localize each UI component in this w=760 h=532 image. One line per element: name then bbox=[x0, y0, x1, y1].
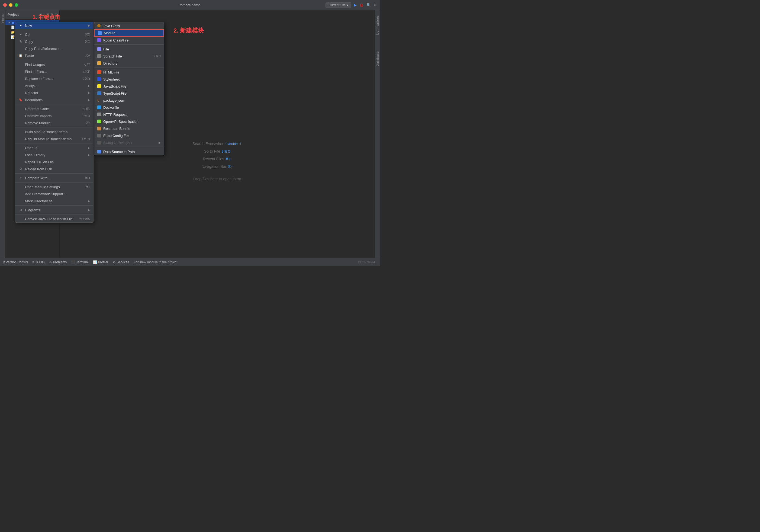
menu-item-open-module-settings[interactable]: Open Module Settings ⌘↓ bbox=[15, 183, 93, 190]
new-icon: ✦ bbox=[19, 23, 23, 28]
sep-after-new bbox=[15, 30, 93, 30]
goto-file-hint: Go to File ⇧⌘O bbox=[204, 149, 231, 154]
bottom-bar: ⑆ Version Control ≡ TODO ⚠ Problems ⬛ Te… bbox=[0, 258, 380, 266]
submenu-datasource[interactable]: Data Source in Path bbox=[94, 148, 164, 155]
search-icon[interactable]: 🔍 bbox=[366, 3, 371, 7]
submenu-js-file[interactable]: JavaScript File bbox=[94, 83, 164, 90]
http-request-label: HTTP Request bbox=[103, 113, 126, 117]
menu-item-reload-disk[interactable]: ↺ Reload from Disk bbox=[15, 166, 93, 172]
menu-item-paste[interactable]: 📋 Paste ⌘V bbox=[15, 52, 93, 59]
current-file-dropdown[interactable]: Current File ▾ bbox=[325, 2, 351, 8]
analyze-arrow-icon: ▶ bbox=[88, 84, 90, 88]
notifications-label[interactable]: Notifications bbox=[376, 15, 379, 35]
collapse-icon[interactable]: ⊟ bbox=[46, 13, 49, 16]
submenu-swing-ui[interactable]: Swing UI Designer ▶ bbox=[94, 139, 164, 146]
menu-item-diagrams[interactable]: ⊞ Diagrams ▶ bbox=[15, 206, 93, 214]
todo-tab[interactable]: ≡ TODO bbox=[32, 260, 44, 264]
menu-item-build-module[interactable]: Build Module 'tomcat-demo' bbox=[15, 128, 93, 135]
menu-item-open-in[interactable]: Open In ▶ bbox=[15, 144, 93, 151]
copy-icon: ⎘ bbox=[19, 39, 23, 44]
gitignore-icon: 📄 bbox=[11, 25, 15, 29]
local-history-label: Local History bbox=[25, 153, 45, 157]
menu-item-repair-ide[interactable]: Repair IDE on File bbox=[15, 158, 93, 166]
version-control-tab[interactable]: ⑆ Version Control bbox=[3, 260, 28, 264]
open-module-settings-label: Open Module Settings bbox=[25, 185, 60, 189]
submenu-editorconfig[interactable]: EditorConfig File bbox=[94, 132, 164, 139]
optimize-shortcut: ^⌥O bbox=[83, 114, 90, 118]
replace-shortcut: ⇧⌘R bbox=[82, 77, 90, 80]
submenu-scratch-file[interactable]: Scratch File ⇧⌘N bbox=[94, 53, 164, 60]
paste-label: Paste bbox=[25, 54, 34, 58]
todo-label: TODO bbox=[35, 260, 44, 264]
settings-icon[interactable]: ⚙ bbox=[373, 3, 377, 7]
problems-tab[interactable]: ⚠ Problems bbox=[49, 260, 67, 264]
menu-item-remove-module[interactable]: Remove Module ⌦ bbox=[15, 119, 93, 126]
submenu-openapi[interactable]: OpenAPI Specification bbox=[94, 118, 164, 125]
analyze-label: Analyze bbox=[25, 84, 37, 88]
swing-label: Swing UI Designer bbox=[103, 141, 132, 145]
menu-item-new[interactable]: ✦ New ▶ Java Class Module... bbox=[15, 22, 93, 29]
module-settings-icon bbox=[19, 185, 23, 189]
submenu-file[interactable]: File bbox=[94, 46, 164, 53]
menu-item-reformat[interactable]: Reformat Code ⌥⌘L bbox=[15, 105, 93, 112]
module-icon: ◼ bbox=[12, 21, 15, 24]
menu-item-refactor[interactable]: Refactor ▶ bbox=[15, 89, 93, 96]
submenu-resource-bundle[interactable]: Resource Bundle bbox=[94, 125, 164, 132]
module-label: Module... bbox=[104, 31, 118, 35]
swing-icon bbox=[97, 141, 101, 145]
close-panel-icon[interactable]: ✕ bbox=[55, 13, 57, 16]
js-file-label: JavaScript File bbox=[103, 84, 126, 88]
close-button[interactable] bbox=[3, 3, 7, 7]
problems-label: Problems bbox=[53, 260, 67, 264]
sort-icon[interactable]: ↕ bbox=[43, 13, 45, 16]
project-tab-label[interactable]: Project bbox=[1, 14, 4, 23]
menu-item-find-usages[interactable]: Find Usages ⌥F7 bbox=[15, 61, 93, 68]
menu-item-analyze[interactable]: Analyze ▶ bbox=[15, 82, 93, 89]
submenu-kotlin-class[interactable]: Kotlin Class/File bbox=[94, 37, 164, 44]
menu-item-local-history[interactable]: Local History ▶ bbox=[15, 151, 93, 158]
minimize-button[interactable] bbox=[9, 3, 13, 7]
maximize-button[interactable] bbox=[15, 3, 18, 7]
debug-icon[interactable]: 🐞 bbox=[359, 3, 364, 7]
submenu-dockerfile[interactable]: Dockerfile bbox=[94, 104, 164, 111]
submenu-http-request[interactable]: HTTP Request bbox=[94, 111, 164, 118]
submenu-directory[interactable]: Directory bbox=[94, 60, 164, 67]
submenu-ts-file[interactable]: TypeScript File bbox=[94, 90, 164, 97]
menu-item-copy-path[interactable]: Copy Path/Reference... bbox=[15, 45, 93, 52]
layout-icon[interactable]: ⊞ bbox=[39, 13, 42, 16]
menu-item-compare-with[interactable]: ≈ Compare With... ⌘D bbox=[15, 174, 93, 181]
submenu-html-file[interactable]: HTML File bbox=[94, 69, 164, 76]
repair-ide-label: Repair IDE on File bbox=[25, 160, 54, 164]
bookmarks-label: Bookmarks bbox=[25, 98, 43, 102]
root-chevron-icon: ▼ bbox=[8, 21, 11, 24]
submenu-module[interactable]: Module... bbox=[94, 29, 164, 37]
menu-item-cut[interactable]: ✂ Cut ⌘X bbox=[15, 31, 93, 38]
submenu-package-json[interactable]: {} package.json bbox=[94, 97, 164, 104]
services-label: Services bbox=[117, 260, 129, 264]
external-icon: 📁 bbox=[11, 30, 15, 34]
menu-item-convert-java[interactable]: Convert Java File to Kotlin File ⌥⇧⌘K bbox=[15, 215, 93, 222]
menu-item-replace-in-files[interactable]: Replace in Files... ⇧⌘R bbox=[15, 75, 93, 82]
run-icon[interactable]: ▶ bbox=[354, 3, 357, 7]
profiler-tab[interactable]: 📊 Profiler bbox=[93, 260, 109, 264]
menu-item-optimize[interactable]: Optimize Imports ^⌥O bbox=[15, 112, 93, 119]
add-framework-label: Add Framework Support... bbox=[25, 192, 66, 196]
menu-item-mark-directory[interactable]: Mark Directory as ▶ bbox=[15, 197, 93, 205]
menu-item-add-framework[interactable]: Add Framework Support... bbox=[15, 190, 93, 197]
submenu-java-class[interactable]: Java Class bbox=[94, 22, 164, 29]
terminal-tab[interactable]: ⬛ Terminal bbox=[71, 260, 88, 264]
menu-item-find-in-files[interactable]: Find in Files... ⇧⌘F bbox=[15, 68, 93, 75]
sep-compare bbox=[15, 182, 93, 182]
menu-item-rebuild-module[interactable]: Rebuild Module 'tomcat-demo' ⇧⌘F9 bbox=[15, 135, 93, 142]
profiler-label: Profiler bbox=[98, 260, 109, 264]
menu-item-copy[interactable]: ⎘ Copy ⌘C bbox=[15, 38, 93, 45]
services-tab[interactable]: ⚙ Services bbox=[113, 260, 129, 264]
diagrams-arrow-icon: ▶ bbox=[88, 208, 90, 212]
database-label[interactable]: Database bbox=[376, 51, 379, 66]
find-usages-shortcut: ⌥F7 bbox=[83, 63, 90, 67]
gear-icon[interactable]: ⚙ bbox=[50, 13, 53, 16]
services-icon: ⚙ bbox=[113, 260, 116, 264]
submenu-stylesheet[interactable]: Stylesheet bbox=[94, 76, 164, 83]
menu-item-bookmarks[interactable]: 🔖 Bookmarks ▶ bbox=[15, 96, 93, 103]
copy-label: Copy bbox=[25, 40, 33, 44]
